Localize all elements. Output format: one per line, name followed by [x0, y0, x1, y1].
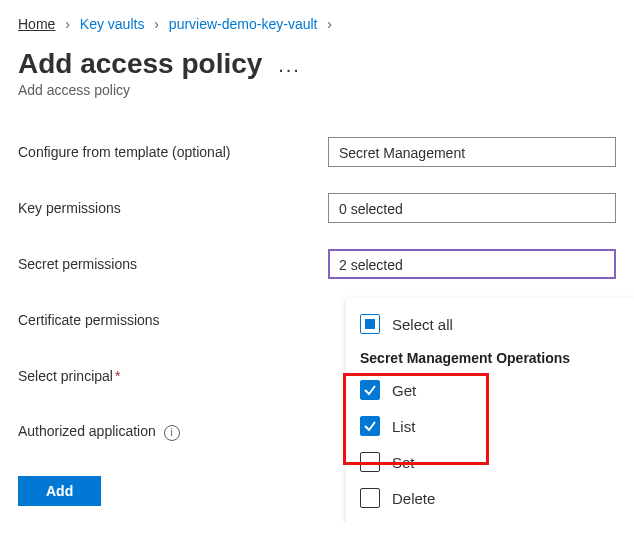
page-subtitle: Add access policy	[18, 82, 616, 98]
breadcrumb-home[interactable]: Home	[18, 16, 55, 32]
page-title: Add access policy	[18, 48, 262, 80]
secret-permissions-dropdown: Select all Secret Management Operations …	[346, 298, 634, 522]
breadcrumb-vaultname[interactable]: purview-demo-key-vault	[169, 16, 318, 32]
breadcrumb-sep: ›	[327, 16, 332, 32]
checkbox-icon	[360, 314, 380, 334]
option-label: Delete	[392, 490, 435, 507]
label-select-principal: Select principal*	[18, 368, 328, 384]
option-select-all[interactable]: Select all	[346, 306, 634, 342]
more-actions-button[interactable]: ···	[278, 58, 301, 81]
option-label: Set	[392, 454, 415, 471]
option-recover[interactable]: Recover	[346, 516, 634, 522]
checkbox-icon	[360, 488, 380, 508]
checkbox-icon	[360, 380, 380, 400]
template-select[interactable]: Secret Management	[328, 137, 616, 167]
breadcrumb-keyvaults[interactable]: Key vaults	[80, 16, 145, 32]
label-secret-permissions: Secret permissions	[18, 256, 328, 272]
breadcrumb-sep: ›	[154, 16, 159, 32]
label-template: Configure from template (optional)	[18, 144, 328, 160]
add-button[interactable]: Add	[18, 476, 101, 506]
option-label: Select all	[392, 316, 453, 333]
option-list[interactable]: List	[346, 408, 634, 444]
option-delete[interactable]: Delete	[346, 480, 634, 516]
option-label: Get	[392, 382, 416, 399]
breadcrumb: Home › Key vaults › purview-demo-key-vau…	[18, 16, 616, 32]
option-label: List	[392, 418, 415, 435]
dropdown-group-header: Secret Management Operations	[346, 342, 634, 372]
info-icon[interactable]: i	[164, 425, 180, 441]
checkbox-icon	[360, 416, 380, 436]
breadcrumb-sep: ›	[65, 16, 70, 32]
option-set[interactable]: Set	[346, 444, 634, 480]
option-get[interactable]: Get	[346, 372, 634, 408]
secret-permissions-select[interactable]: 2 selected	[328, 249, 616, 279]
key-permissions-select[interactable]: 0 selected	[328, 193, 616, 223]
label-certificate-permissions: Certificate permissions	[18, 312, 328, 328]
label-authorized-application: Authorized application i	[18, 423, 328, 440]
checkbox-icon	[360, 452, 380, 472]
label-key-permissions: Key permissions	[18, 200, 328, 216]
